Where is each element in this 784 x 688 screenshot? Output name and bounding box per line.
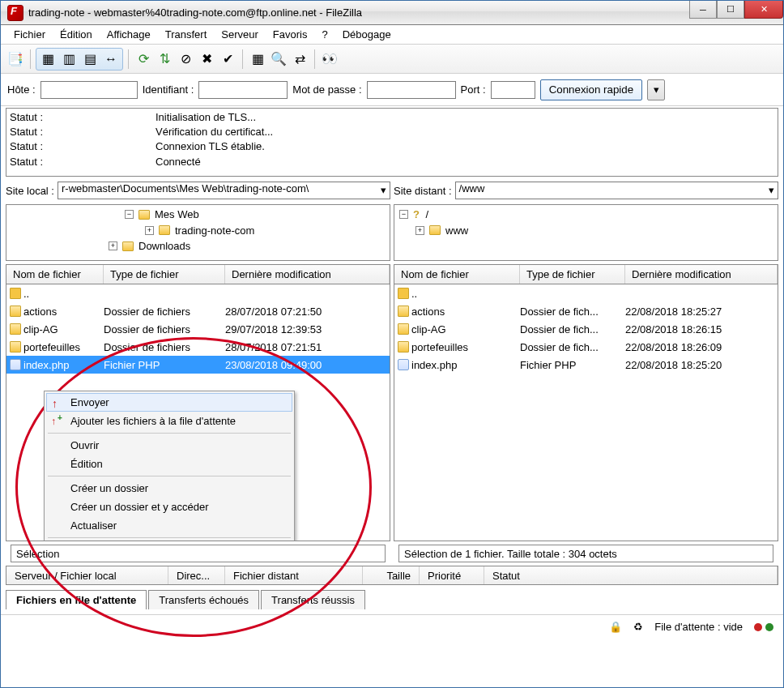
tree-node-label[interactable]: /	[426, 207, 429, 223]
local-file-list[interactable]: .. actionsDossier de fichiers28/07/2018 …	[6, 284, 390, 541]
expand-icon[interactable]: +	[415, 226, 424, 235]
close-button[interactable]: ✕	[744, 1, 783, 19]
folder-icon	[10, 323, 21, 335]
quickconnect-button[interactable]: Connexion rapide	[540, 79, 642, 100]
ctx-create-folder[interactable]: Créer un dossier	[46, 479, 292, 498]
tab-queued[interactable]: Fichiers en file d'attente	[6, 590, 147, 609]
menu-affichage[interactable]: Affichage	[100, 27, 157, 42]
folder-icon	[159, 225, 170, 235]
list-item-parent[interactable]: ..	[394, 284, 778, 302]
folder-icon	[398, 341, 409, 353]
list-item[interactable]: index.phpFichier PHP22/08/2018 18:25:20	[394, 356, 778, 374]
toggle-queue-button[interactable]: ↔	[101, 49, 121, 69]
col-type[interactable]: Type de fichier	[520, 265, 625, 284]
unknown-icon: ?	[413, 207, 420, 223]
list-item-selected[interactable]: index.phpFichier PHP23/08/2018 09:49:00	[6, 356, 390, 374]
tree-node-label[interactable]: trading-note-com	[175, 223, 254, 239]
toggle-local-tree-button[interactable]: ▥	[59, 49, 79, 69]
ctx-refresh[interactable]: Actualiser	[46, 516, 292, 535]
list-item[interactable]: clip-AGDossier de fich...22/08/2018 18:2…	[394, 320, 778, 338]
ctx-create-folder-enter[interactable]: Créer un dossier et y accéder	[46, 498, 292, 516]
sitemanager-button[interactable]: 📑	[6, 49, 25, 69]
remote-file-list[interactable]: .. actionsDossier de fich...22/08/2018 1…	[394, 284, 778, 541]
disconnect-button[interactable]: ✖	[197, 49, 216, 69]
lock-icon: 🔒	[609, 621, 622, 633]
menu-separator	[48, 433, 291, 434]
refresh-button[interactable]: ⟳	[134, 49, 153, 69]
context-menu: Envoyer Ajouter les fichiers à la file d…	[44, 391, 295, 541]
tab-failed[interactable]: Transferts échoués	[148, 590, 259, 609]
ctx-add-queue[interactable]: Ajouter les fichiers à la file d'attente	[46, 412, 292, 430]
pass-label: Mot de passe :	[292, 83, 361, 96]
status-log[interactable]: Statut :Initialisation de TLS... Statut …	[6, 108, 778, 177]
toggle-log-button[interactable]: ▦	[38, 49, 58, 69]
tree-node-label[interactable]: www	[445, 223, 468, 239]
expand-icon[interactable]: +	[109, 241, 117, 250]
qcol-direction[interactable]: Direc...	[168, 566, 225, 584]
remote-list-header: Nom de fichier Type de fichier Dernière …	[394, 264, 778, 284]
reconnect-button[interactable]: ✔	[218, 49, 237, 69]
queue-tabs: Fichiers en file d'attente Transferts éc…	[6, 590, 778, 609]
menu-edition[interactable]: Édition	[53, 27, 99, 42]
local-status: Sélection	[11, 545, 386, 562]
col-type[interactable]: Type de fichier	[104, 265, 225, 284]
qcol-priority[interactable]: Priorité	[420, 566, 484, 584]
col-mod[interactable]: Dernière modification	[625, 265, 778, 284]
maximize-button[interactable]: ☐	[717, 1, 744, 19]
toggle-remote-tree-button[interactable]: ▤	[80, 49, 100, 69]
qcol-server[interactable]: Serveur / Fichier local	[6, 566, 168, 584]
minimize-button[interactable]: ─	[689, 1, 717, 19]
compare-button[interactable]: ⇄	[290, 49, 309, 69]
filter-button[interactable]: ▦	[248, 49, 267, 69]
col-mod[interactable]: Dernière modification	[225, 265, 390, 284]
menubar: Fichier Édition Affichage Transfert Serv…	[1, 25, 783, 45]
tree-node-label[interactable]: Mes Web	[155, 207, 199, 223]
collapse-icon[interactable]: −	[399, 210, 408, 219]
list-item[interactable]: portefeuillesDossier de fich...22/08/201…	[394, 338, 778, 356]
list-item-parent[interactable]: ..	[6, 284, 390, 302]
qcol-size[interactable]: Taille	[363, 566, 420, 584]
list-item[interactable]: actionsDossier de fichiers28/07/2018 07:…	[6, 302, 390, 320]
pass-input[interactable]	[367, 81, 456, 99]
ctx-delete[interactable]: Supprimer	[46, 541, 292, 541]
qcol-remote[interactable]: Fichier distant	[225, 566, 363, 584]
menu-help[interactable]: ?	[315, 27, 334, 42]
col-name[interactable]: Nom de fichier	[394, 265, 520, 284]
menu-favoris[interactable]: Favoris	[266, 27, 314, 42]
list-item[interactable]: actionsDossier de fich...22/08/2018 18:2…	[394, 302, 778, 320]
folder-icon	[429, 225, 441, 235]
list-item[interactable]: clip-AGDossier de fichiers29/07/2018 12:…	[6, 320, 390, 338]
remote-tree[interactable]: −? / +www	[394, 204, 778, 261]
port-input[interactable]	[491, 81, 535, 99]
sync-button[interactable]: 👀	[320, 49, 339, 69]
menu-separator	[48, 476, 291, 476]
collapse-icon[interactable]: −	[125, 210, 134, 219]
user-label: Identifiant :	[143, 83, 194, 96]
folder-icon	[398, 306, 409, 317]
tab-success[interactable]: Transferts réussis	[261, 590, 365, 609]
local-path-input[interactable]: r-webmaster\Documents\Mes Web\trading-no…	[58, 182, 390, 199]
col-name[interactable]: Nom de fichier	[6, 265, 104, 284]
menu-debug[interactable]: Débogage	[336, 27, 398, 42]
search-button[interactable]: 🔍	[269, 49, 288, 69]
user-input[interactable]	[198, 81, 288, 99]
local-tree[interactable]: −Mes Web +trading-note-com +Downloads	[6, 204, 390, 261]
process-queue-button[interactable]: ⇅	[155, 49, 174, 69]
ctx-open[interactable]: Ouvrir	[46, 436, 292, 455]
remote-path-input[interactable]: /www	[455, 182, 778, 199]
titlebar: trading-note - webmaster%40trading-note.…	[1, 1, 783, 25]
menu-fichier[interactable]: Fichier	[7, 27, 52, 42]
menu-serveur[interactable]: Serveur	[215, 27, 265, 42]
tree-node-label[interactable]: Downloads	[138, 238, 190, 254]
status-label: Statut :	[10, 155, 156, 169]
ctx-edit[interactable]: Édition	[46, 455, 292, 473]
host-input[interactable]	[40, 81, 138, 99]
menu-transfert[interactable]: Transfert	[159, 27, 214, 42]
queue-header: Serveur / Fichier local Direc... Fichier…	[6, 566, 778, 585]
list-item[interactable]: portefeuillesDossier de fichiers28/07/20…	[6, 338, 390, 356]
quickconnect-dropdown[interactable]: ▾	[647, 79, 665, 100]
expand-icon[interactable]: +	[145, 226, 154, 235]
ctx-upload[interactable]: Envoyer	[46, 393, 292, 412]
qcol-status[interactable]: Statut	[484, 566, 778, 584]
cancel-button[interactable]: ⊘	[176, 49, 195, 69]
